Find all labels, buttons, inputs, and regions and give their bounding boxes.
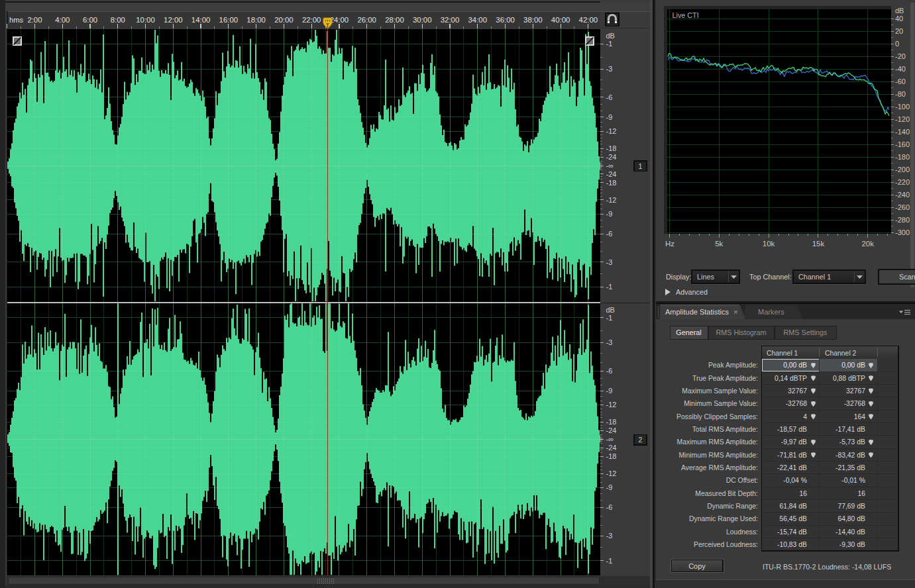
svg-text:34:00: 34:00 — [468, 16, 488, 24]
svg-text:8:00: 8:00 — [111, 16, 125, 24]
svg-text:Scan: Scan — [899, 273, 915, 281]
svg-text:ITU-R BS.1770-2 Loudness: -14,: ITU-R BS.1770-2 Loudness: -14,08 LUFS — [763, 563, 891, 571]
svg-text:DC Offset:: DC Offset: — [726, 477, 758, 484]
svg-text:-1: -1 — [606, 557, 613, 565]
svg-text:-24: -24 — [606, 426, 617, 434]
svg-text:General: General — [676, 328, 701, 336]
svg-text:Dynamic Range Used:: Dynamic Range Used: — [689, 515, 758, 522]
svg-text:0,00 dB: 0,00 dB — [783, 362, 807, 369]
svg-text:-18: -18 — [606, 144, 617, 152]
svg-text:24:00: 24:00 — [330, 16, 349, 24]
svg-text:36:00: 36:00 — [496, 16, 515, 24]
svg-text:hms: hms — [9, 16, 24, 24]
svg-text:32767: 32767 — [846, 387, 865, 395]
svg-text:RMS Settings: RMS Settings — [783, 328, 828, 336]
svg-text:True Peak Amplitude:: True Peak Amplitude: — [692, 375, 758, 382]
svg-text:×: × — [733, 308, 738, 316]
svg-text:4: 4 — [803, 413, 807, 420]
svg-text:56,45 dB: 56,45 dB — [779, 515, 807, 522]
svg-text:-3: -3 — [606, 258, 613, 266]
svg-text:28:00: 28:00 — [385, 16, 404, 24]
svg-text:-∞: -∞ — [606, 162, 614, 170]
svg-text:20: 20 — [895, 27, 903, 35]
svg-text:10k: 10k — [763, 240, 775, 248]
svg-text:-40: -40 — [895, 65, 906, 73]
svg-text:-14,40 dB: -14,40 dB — [835, 528, 865, 536]
svg-text:Measured Bit Depth:: Measured Bit Depth: — [695, 490, 758, 497]
svg-text:10:00: 10:00 — [136, 16, 155, 24]
svg-text:-21,35 dB: -21,35 dB — [835, 464, 865, 471]
svg-text:16: 16 — [857, 490, 865, 497]
svg-text:Live CTI: Live CTI — [673, 11, 699, 19]
svg-text:-260: -260 — [895, 203, 910, 211]
svg-text:-3: -3 — [606, 338, 613, 346]
svg-text:14:00: 14:00 — [191, 16, 211, 24]
svg-text:-12: -12 — [606, 469, 617, 477]
svg-text:77,69 dB: 77,69 dB — [837, 503, 865, 510]
svg-text:-1: -1 — [606, 314, 613, 322]
svg-text:-140: -140 — [895, 128, 910, 136]
svg-text:22:00: 22:00 — [302, 16, 321, 24]
svg-text:Maximum RMS Amplitude:: Maximum RMS Amplitude: — [677, 438, 758, 446]
svg-text:-71,81 dB: -71,81 dB — [777, 452, 807, 459]
svg-text:-100: -100 — [895, 103, 910, 111]
svg-text:-12: -12 — [606, 127, 617, 135]
svg-text:-220: -220 — [895, 178, 910, 186]
svg-text:32767: 32767 — [788, 387, 807, 395]
svg-text:-10,83 dB: -10,83 dB — [777, 541, 807, 548]
svg-text:0: 0 — [895, 40, 899, 48]
svg-text:Minimum RMS Amplitude:: Minimum RMS Amplitude: — [678, 452, 758, 459]
svg-text:16: 16 — [799, 490, 807, 497]
svg-text:Copy: Copy — [688, 562, 706, 570]
svg-text:-3: -3 — [606, 65, 613, 73]
svg-text:dB: dB — [606, 306, 615, 314]
svg-text:20k: 20k — [861, 240, 874, 248]
svg-text:-6: -6 — [606, 367, 613, 375]
svg-text:-1: -1 — [606, 40, 613, 48]
svg-text:Display:: Display: — [666, 273, 691, 281]
svg-text:30:00: 30:00 — [413, 16, 432, 24]
svg-text:-15,74 dB: -15,74 dB — [777, 528, 807, 536]
svg-text:Minimum Sample Value:: Minimum Sample Value: — [684, 400, 758, 407]
svg-text:-18: -18 — [606, 452, 617, 460]
svg-text:-12: -12 — [606, 401, 617, 409]
svg-text:0,00 dB: 0,00 dB — [841, 362, 865, 369]
svg-text:Peak Amplitude:: Peak Amplitude: — [708, 362, 758, 369]
svg-text:-3: -3 — [606, 532, 613, 540]
svg-text:16:00: 16:00 — [219, 16, 239, 24]
svg-text:dB: dB — [606, 32, 615, 40]
svg-text:-83,42 dB: -83,42 dB — [835, 452, 865, 459]
svg-text:-60: -60 — [895, 77, 906, 85]
svg-text:-240: -240 — [895, 191, 910, 199]
svg-text:-∞: -∞ — [606, 435, 614, 443]
svg-text:0,88 dBTP: 0,88 dBTP — [833, 375, 865, 382]
svg-text:38:00: 38:00 — [523, 16, 543, 24]
svg-text:-20: -20 — [895, 52, 906, 60]
svg-text:20:00: 20:00 — [274, 16, 294, 24]
svg-text:-6: -6 — [606, 503, 613, 511]
svg-text:-80: -80 — [895, 90, 906, 98]
svg-text:Top Channel:: Top Channel: — [749, 273, 792, 281]
svg-text:1: 1 — [639, 162, 643, 170]
svg-text:-24: -24 — [606, 170, 617, 178]
svg-text:-6: -6 — [606, 93, 613, 101]
svg-text:-24: -24 — [606, 153, 617, 161]
svg-text:-24: -24 — [606, 444, 617, 452]
svg-text:15k: 15k — [812, 240, 825, 248]
svg-text:Average RMS Amplitude:: Average RMS Amplitude: — [681, 464, 758, 471]
svg-text:Perceived Loudness:: Perceived Loudness: — [694, 541, 758, 548]
svg-text:-9: -9 — [606, 483, 613, 491]
svg-text:-280: -280 — [895, 216, 910, 224]
svg-text:RMS Histogram: RMS Histogram — [716, 328, 766, 336]
svg-text:-9,30 dB: -9,30 dB — [839, 541, 865, 548]
svg-text:-9,97 dB: -9,97 dB — [781, 438, 807, 446]
svg-text:61,84 dB: 61,84 dB — [779, 503, 807, 510]
svg-text:-17,41 dB: -17,41 dB — [835, 426, 865, 433]
svg-text:64,80 dB: 64,80 dB — [837, 515, 865, 522]
svg-text:-0,04 %: -0,04 % — [783, 477, 807, 484]
svg-text:0,14 dBTP: 0,14 dBTP — [775, 375, 807, 382]
svg-text:Channel 1: Channel 1 — [798, 273, 831, 281]
svg-text:Amplitude Statistics: Amplitude Statistics — [665, 308, 729, 316]
svg-text:Hz: Hz — [665, 240, 674, 248]
svg-text:18:00: 18:00 — [246, 16, 266, 24]
